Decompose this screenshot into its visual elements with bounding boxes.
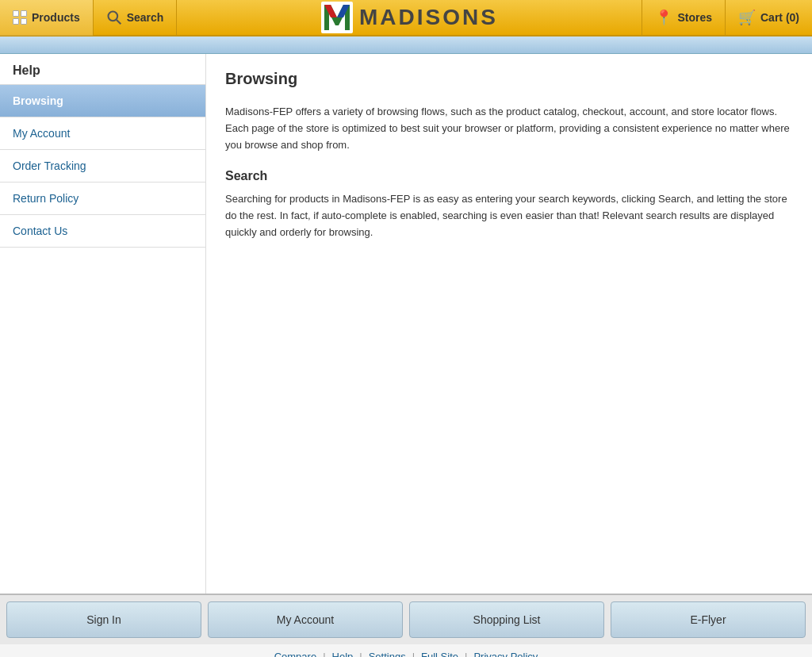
header-left: Products Search (0, 0, 177, 36)
header: Products Search MADISONS 📍 Stores 🛒 Cart… (0, 0, 812, 36)
sidebar-title: Help (0, 54, 205, 85)
main-content: Browsing Madisons-FEP offers a variety o… (206, 54, 812, 594)
full-site-link[interactable]: Full Site (421, 651, 458, 657)
logo-text: MADISONS (359, 5, 498, 30)
sidebar: Help Browsing My Account Order Tracking … (0, 54, 206, 594)
header-logo: MADISONS (177, 2, 642, 33)
sidebar-item-return-policy[interactable]: Return Policy (0, 182, 205, 215)
subheader-bar (0, 36, 812, 54)
settings-link[interactable]: Settings (369, 651, 406, 657)
search-icon (106, 10, 122, 25)
stores-label: Stores (677, 11, 712, 24)
footer-links: Compare | Help | Settings | Full Site | … (0, 644, 812, 657)
sidebar-item-contact-us[interactable]: Contact Us (0, 215, 205, 248)
search-label: Search (127, 11, 164, 24)
main-title: Browsing (225, 70, 793, 93)
search-section-title: Search (225, 169, 793, 183)
products-icon (13, 10, 27, 25)
products-button[interactable]: Products (0, 0, 94, 36)
sign-in-button[interactable]: Sign In (6, 601, 201, 638)
cart-button[interactable]: 🛒 Cart (0) (725, 0, 812, 36)
sidebar-item-my-account[interactable]: My Account (0, 117, 205, 150)
sep-3: | (412, 651, 415, 657)
privacy-policy-link[interactable]: Privacy Policy (473, 651, 538, 657)
shopping-list-button[interactable]: Shopping List (409, 601, 604, 638)
content-wrapper: Help Browsing My Account Order Tracking … (0, 54, 812, 594)
eflyer-button[interactable]: E-Flyer (611, 601, 806, 638)
footer-buttons: Sign In My Account Shopping List E-Flyer (0, 594, 812, 644)
products-label: Products (32, 11, 80, 24)
help-link[interactable]: Help (332, 651, 354, 657)
sep-4: | (465, 651, 467, 657)
svg-point-0 (108, 12, 117, 21)
compare-link[interactable]: Compare (274, 651, 316, 657)
browsing-text: Madisons-FEP offers a variety of browsin… (225, 104, 793, 153)
sep-1: | (323, 651, 325, 657)
my-account-button[interactable]: My Account (208, 601, 403, 638)
cart-icon: 🛒 (738, 9, 756, 26)
search-button[interactable]: Search (94, 0, 178, 36)
sep-2: | (359, 651, 362, 657)
sidebar-item-order-tracking[interactable]: Order Tracking (0, 150, 205, 182)
stores-button[interactable]: 📍 Stores (642, 0, 725, 36)
sidebar-item-browsing[interactable]: Browsing (0, 85, 205, 117)
madisons-logo-icon (321, 2, 353, 33)
svg-line-1 (117, 20, 121, 24)
header-right: 📍 Stores 🛒 Cart (0) (642, 0, 812, 36)
search-text: Searching for products in Madisons-FEP i… (225, 191, 793, 240)
stores-icon: 📍 (655, 9, 672, 26)
cart-label: Cart (0) (760, 11, 799, 24)
